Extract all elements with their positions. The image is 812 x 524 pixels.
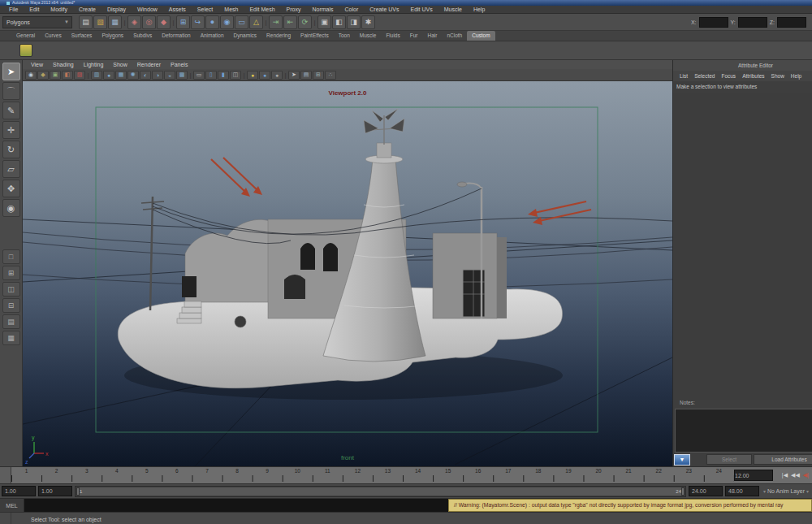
universal-manipulator-tool[interactable]: ✥ [2,180,20,197]
range-start-handle[interactable] [76,487,80,496]
shelf-tab[interactable]: Animation [196,31,229,41]
textured-icon[interactable]: ▦ [115,71,127,80]
default-lighting-icon[interactable]: ● [247,71,258,80]
shelf-tab[interactable]: Polygons [97,31,128,41]
motion-blur-icon[interactable]: ◒ [164,71,175,80]
menu-item[interactable]: Modify [45,6,73,13]
select-tool[interactable]: ➤ [2,63,20,80]
shelf-tab[interactable]: Deformation [157,31,195,41]
ipr-render-icon[interactable]: ◨ [347,15,361,29]
panel-menu-item[interactable]: Shading [48,62,79,67]
persp-graph-layout[interactable]: ▤ [2,314,20,329]
shelf-tab[interactable]: Muscle [355,31,382,41]
shelf-item-icon[interactable] [19,44,32,57]
persp-outliner-layout[interactable]: ◫ [2,282,20,297]
menu-item[interactable]: Edit UVs [404,6,438,13]
multisample-icon[interactable]: ▩ [176,71,188,80]
shelf-tab[interactable]: Rendering [261,31,296,41]
paint-select-tool[interactable]: ✎ [2,102,20,119]
ae-menu-item[interactable]: Attributes [739,73,767,79]
select-component-icon[interactable]: ◆ [157,15,171,29]
range-slider-bar[interactable]: 1 24 [76,487,685,496]
hypershade-persp-layout[interactable]: ⊟ [2,298,20,313]
shelf-tab[interactable]: Custom [467,31,495,41]
camera-attributes-icon[interactable]: ▣ [50,71,61,80]
anim-layer-dropdown[interactable]: ▾ No Anim Layer ▾ [762,488,810,494]
ae-menu-item[interactable]: Selected [691,73,718,79]
menu-item[interactable]: Proxy [281,6,307,13]
field-chart-icon[interactable]: ◫ [230,71,241,80]
shadows-icon[interactable]: ◐ [140,71,151,80]
bookmark-icon[interactable]: ◧ [62,71,73,80]
smooth-shade-icon[interactable]: ● [103,71,114,80]
film-gate-icon[interactable]: ▯ [205,71,217,80]
snap-to-grids-icon[interactable]: ⊞ [176,15,190,29]
lighting-icon[interactable]: ✺ [127,71,139,80]
menu-item[interactable]: Assets [163,6,192,13]
menu-item[interactable]: File [3,6,24,13]
gate-mask-icon[interactable]: ▮ [218,71,229,80]
scale-tool[interactable]: ▱ [2,160,20,178]
range-end-handle[interactable] [681,487,685,496]
menu-set-dropdown[interactable]: Polygons ▼ [2,16,72,28]
render-current-frame-icon[interactable]: ◧ [332,15,346,29]
shelf-tab[interactable]: Subdivs [128,31,157,41]
wireframe-icon[interactable]: ▥ [91,71,102,80]
shelf-tab[interactable]: Surfaces [67,31,97,41]
playback-start-input[interactable] [2,486,36,496]
output-connections-icon[interactable]: ⇤ [283,15,297,29]
select-object-icon[interactable]: ◎ [142,15,156,29]
go-to-start-button[interactable]: |◀ [780,472,789,479]
lasso-select-tool[interactable]: ⌒ [2,82,20,100]
show-hide-editor-button[interactable]: ▼ [674,454,690,466]
menu-item[interactable]: Edit [24,6,45,13]
mel-input[interactable] [24,499,448,512]
save-scene-icon[interactable]: ▦ [108,15,122,29]
shelf-tab[interactable]: PaintEffects [296,31,334,41]
image-plane-icon[interactable]: ▨ [74,71,85,80]
coord-x-input[interactable] [699,17,728,28]
all-lights-icon[interactable]: ● [259,71,270,80]
coord-y-input[interactable] [738,17,767,28]
menu-item[interactable]: Help [468,6,490,13]
screen-ao-icon[interactable]: ◑ [152,71,163,80]
ae-menu-item[interactable]: Help [788,73,805,79]
multi-pane-layout[interactable]: ▦ [2,331,20,345]
resolution-gate-icon[interactable]: ▭ [193,71,205,80]
menu-item[interactable]: Window [132,6,163,13]
viewport-canvas[interactable]: y x z Viewport 2.0 front [23,81,672,466]
snap-to-curves-icon[interactable]: ↪ [191,15,205,29]
select-camera-icon[interactable]: ◉ [25,71,37,80]
shelf-tab[interactable]: Hair [422,31,442,41]
snap-to-view-planes-icon[interactable]: ▭ [235,15,248,29]
shelf-tab[interactable]: Dynamics [229,31,262,41]
menu-item[interactable]: Display [102,6,132,13]
mel-label[interactable]: MEL [0,499,24,512]
lock-camera-icon[interactable]: ◆ [37,71,49,80]
load-attributes-button[interactable]: Load Attributes [754,454,812,465]
menu-item[interactable]: Edit Mesh [244,6,280,13]
shelf-tab[interactable]: Curves [40,31,67,41]
shelf-tab[interactable]: nCloth [442,31,467,41]
single-pane-layout[interactable]: □ [2,249,20,264]
panel-menu-item[interactable]: View [26,62,48,67]
four-view-layout[interactable]: ⊞ [2,266,20,280]
panel-menu-item[interactable]: Renderer [132,62,166,67]
step-back-key-button[interactable]: ◀◀ [789,472,801,479]
snap-to-points-icon[interactable]: ● [205,15,219,29]
open-scene-icon[interactable]: ▧ [93,15,107,29]
menu-item[interactable]: Normals [306,6,339,13]
snap-to-projected-center-icon[interactable]: ◉ [220,15,234,29]
panel-menu-item[interactable]: Show [108,62,132,67]
ae-menu-item[interactable]: List [676,73,691,79]
current-frame-input[interactable] [734,470,773,481]
animation-start-input[interactable] [38,486,72,496]
animation-end-input[interactable] [725,486,759,496]
menu-item[interactable]: Muscle [438,6,468,13]
panel-menu-item[interactable]: Lighting [79,62,109,67]
flat-lighting-icon[interactable]: ● [271,71,283,80]
menu-item[interactable]: Mesh [218,6,244,13]
menu-item[interactable]: Create UVs [364,6,404,13]
ae-menu-item[interactable]: Focus [718,73,739,79]
render-view-icon[interactable]: ▣ [317,15,331,29]
